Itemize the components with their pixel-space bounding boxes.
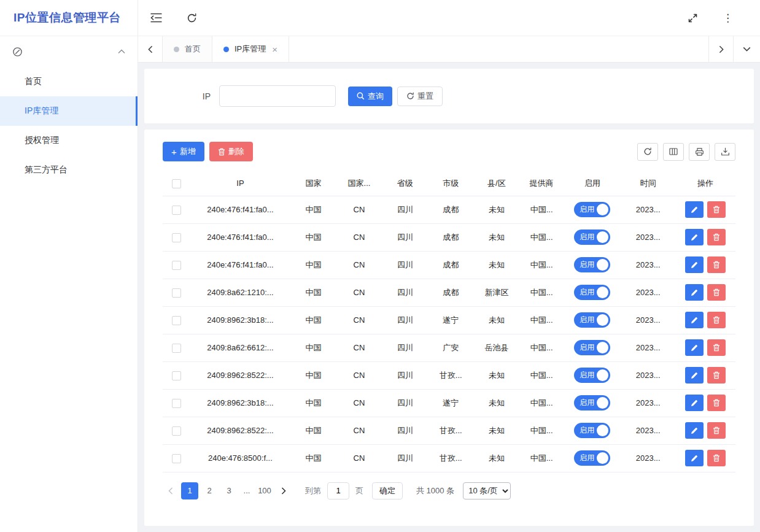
reset-button[interactable]: 重置: [397, 87, 443, 106]
edit-row-button[interactable]: [685, 339, 704, 356]
row-checkbox[interactable]: [172, 233, 181, 242]
enable-toggle[interactable]: 启用: [574, 229, 610, 245]
sidebar-item-authorization[interactable]: 授权管理: [0, 126, 138, 155]
delete-row-button[interactable]: [707, 450, 726, 466]
print-button[interactable]: [689, 143, 710, 161]
sidebar-group-toggle[interactable]: [0, 36, 138, 67]
page-number-button[interactable]: 3: [220, 482, 238, 499]
export-button[interactable]: [715, 143, 735, 161]
refresh-page-button[interactable]: [183, 9, 201, 27]
delete-row-button[interactable]: [707, 395, 726, 411]
cell-actions: [675, 361, 735, 389]
enable-toggle[interactable]: 启用: [574, 450, 610, 466]
delete-row-button[interactable]: [707, 256, 726, 273]
delete-row-button[interactable]: [707, 339, 726, 356]
row-checkbox[interactable]: [172, 316, 181, 325]
sidebar-item-ip-library[interactable]: IP库管理: [0, 96, 138, 126]
cell-ip: 2409:8962:3b18:...: [190, 389, 290, 417]
row-checkbox[interactable]: [172, 399, 181, 408]
edit-row-button[interactable]: [685, 256, 704, 273]
cell-provider: 中国...: [519, 306, 564, 334]
delete-row-button[interactable]: [707, 284, 726, 301]
enable-toggle[interactable]: 启用: [574, 340, 610, 355]
header-country: 国家: [290, 171, 336, 196]
delete-row-button[interactable]: [707, 367, 726, 384]
edit-row-button[interactable]: [685, 201, 704, 218]
enable-toggle[interactable]: 启用: [574, 202, 610, 217]
row-checkbox[interactable]: [172, 454, 181, 463]
more-menu-button[interactable]: ⋮: [719, 9, 737, 27]
row-checkbox[interactable]: [172, 371, 181, 380]
cell-time: 2023...: [621, 279, 675, 306]
add-button[interactable]: + 新增: [163, 142, 204, 161]
enable-toggle[interactable]: 启用: [574, 368, 610, 383]
edit-row-button[interactable]: [685, 367, 704, 384]
page-number-button[interactable]: 1: [181, 482, 198, 499]
close-tab-icon[interactable]: ×: [272, 44, 277, 55]
query-button[interactable]: 查询: [348, 87, 392, 106]
edit-row-button[interactable]: [685, 450, 704, 466]
sidebar-item-home[interactable]: 首页: [0, 67, 138, 96]
row-checkbox[interactable]: [172, 206, 181, 215]
prev-page-button[interactable]: [163, 482, 179, 499]
edit-row-button[interactable]: [685, 422, 704, 439]
export-icon: [721, 147, 730, 156]
toggle-knob-icon: [597, 342, 608, 353]
cell-city: 甘孜...: [428, 361, 474, 389]
delete-button[interactable]: 删除: [209, 142, 253, 161]
row-checkbox[interactable]: [172, 261, 181, 270]
tab-home[interactable]: 首页: [163, 36, 212, 62]
enable-toggle[interactable]: 启用: [574, 423, 610, 438]
row-checkbox[interactable]: [172, 426, 181, 436]
ip-search-input[interactable]: [219, 85, 336, 107]
row-select-cell: [163, 389, 190, 417]
more-pages-button[interactable]: ...: [240, 486, 254, 495]
page-number-button[interactable]: 100: [256, 482, 273, 499]
row-checkbox[interactable]: [172, 288, 181, 298]
next-page-button[interactable]: [276, 482, 292, 499]
header-province: 省级: [382, 171, 428, 196]
cell-enabled: 启用: [564, 444, 621, 472]
cell-time: 2023...: [621, 417, 675, 444]
edit-row-button[interactable]: [685, 229, 704, 245]
jump-confirm-button[interactable]: 确定: [372, 482, 403, 499]
fullscreen-button[interactable]: [684, 9, 702, 27]
enable-toggle[interactable]: 启用: [574, 395, 610, 411]
cell-province: 四川: [382, 389, 428, 417]
enable-toggle[interactable]: 启用: [574, 312, 610, 328]
edit-row-button[interactable]: [685, 395, 704, 411]
toggle-knob-icon: [597, 369, 608, 381]
edit-row-button[interactable]: [685, 284, 704, 301]
column-settings-button[interactable]: [663, 143, 684, 161]
table-refresh-button[interactable]: [637, 143, 658, 161]
tabs-dropdown-button[interactable]: [733, 36, 760, 62]
cell-country-code: CN: [336, 389, 382, 417]
cell-actions: [675, 417, 735, 444]
tabs-scroll-left-button[interactable]: [138, 36, 163, 62]
pencil-icon: [691, 372, 698, 379]
enable-toggle[interactable]: 启用: [574, 285, 610, 300]
delete-row-button[interactable]: [707, 422, 726, 439]
tabs-scroll-right-button[interactable]: [708, 36, 733, 62]
delete-row-button[interactable]: [707, 229, 726, 245]
delete-row-button[interactable]: [707, 312, 726, 328]
cell-actions: [675, 389, 735, 417]
cell-city: 甘孜...: [428, 444, 474, 472]
sidebar-item-third-party[interactable]: 第三方平台: [0, 155, 138, 185]
page-number-button[interactable]: 2: [201, 482, 218, 499]
cell-actions: [675, 444, 735, 472]
row-checkbox[interactable]: [172, 344, 181, 353]
tab-ip-library[interactable]: IP库管理 ×: [212, 36, 289, 62]
kebab-icon: ⋮: [723, 13, 733, 23]
cell-city: 甘孜...: [428, 417, 474, 444]
jump-page-input[interactable]: [327, 482, 349, 499]
enable-toggle[interactable]: 启用: [574, 257, 610, 272]
delete-row-button[interactable]: [707, 201, 726, 218]
ip-table: IP 国家 国家... 省级 市级 县/区 提供商 启用 时间 操作: [163, 171, 735, 472]
select-all-cell: [163, 171, 190, 196]
page-size-select[interactable]: 10 条/页: [463, 482, 511, 499]
cell-city: 遂宁: [428, 306, 474, 334]
select-all-checkbox[interactable]: [172, 179, 181, 188]
edit-row-button[interactable]: [685, 312, 704, 328]
collapse-sidebar-button[interactable]: [147, 9, 166, 26]
